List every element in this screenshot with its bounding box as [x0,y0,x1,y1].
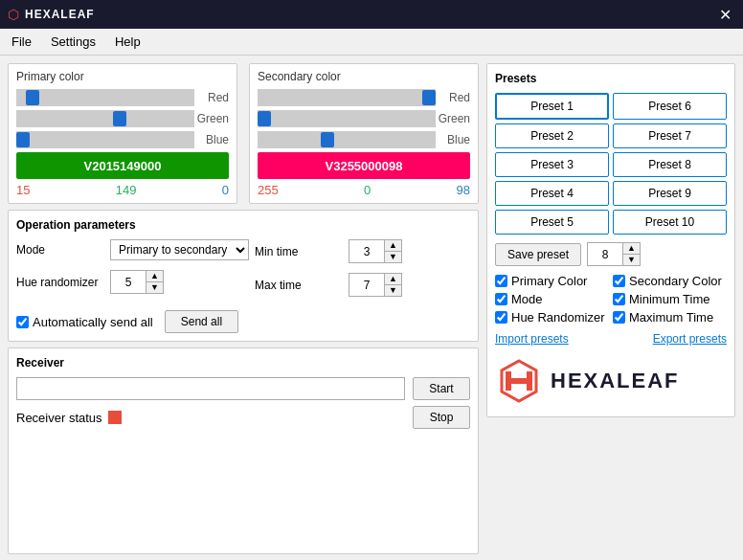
auto-send-label[interactable]: Automatically send all [16,315,153,329]
primary-color-values: 15 149 0 [16,183,229,197]
secondary-blue-value: 98 [457,183,470,197]
preset-7-button[interactable]: Preset 7 [613,123,727,148]
menu-help[interactable]: Help [111,33,145,51]
checkbox-maximum-time[interactable]: Maximum Time [613,310,727,325]
max-time-spinbox[interactable]: ▲ ▼ [349,273,402,297]
preset-4-button[interactable]: Preset 4 [495,181,609,206]
operation-section: Operation parameters Mode Primary to sec… [8,210,479,342]
hue-randomizer-input[interactable] [111,276,146,289]
primary-green-value: 149 [116,183,137,197]
max-time-down[interactable]: ▼ [385,285,401,296]
max-time-up[interactable]: ▲ [385,274,401,285]
secondary-blue-label: Blue [436,133,470,146]
save-preset-row: Save preset ▲ ▼ [495,242,727,266]
primary-blue-slider[interactable] [16,131,194,148]
preset-10-button[interactable]: Preset 10 [613,210,727,235]
min-time-spinbox[interactable]: ▲ ▼ [349,239,402,263]
menu-settings[interactable]: Settings [47,33,100,51]
receiver-section: Receiver Start Receiver status Stop [8,347,479,554]
mode-label: Mode [16,243,102,257]
save-preset-button[interactable]: Save preset [495,243,581,266]
primary-color-display: V2015149000 [16,152,229,179]
save-preset-down[interactable]: ▼ [623,255,640,265]
app-logo-icon: ⬡ [8,7,19,22]
checkbox-minimum-time[interactable]: Minimum Time [613,292,727,306]
preset-8-button[interactable]: Preset 8 [613,152,727,177]
svg-marker-2 [511,378,527,384]
presets-title: Presets [495,72,727,85]
save-preset-up[interactable]: ▲ [623,243,640,255]
preset-5-button[interactable]: Preset 5 [495,210,609,235]
hue-randomizer-row: Hue randomizer ▲ ▼ [16,270,249,294]
secondary-green-slider[interactable] [258,110,436,127]
secondary-red-label: Red [436,91,470,104]
receiver-status-row: Receiver status [16,411,122,425]
menu-file[interactable]: File [8,33,35,51]
max-time-input[interactable] [349,279,384,292]
mode-checkbox[interactable] [495,293,507,305]
title-bar: ⬡ HEXALEAF ✕ [0,0,743,29]
maximum-time-checkbox[interactable] [613,311,625,324]
hexaleaf-logo-icon [495,357,543,405]
min-time-down[interactable]: ▼ [385,252,401,262]
receiver-bottom: Receiver status Stop [16,406,470,429]
min-time-row: Min time ▲ ▼ [255,239,470,263]
svg-marker-0 [506,371,511,391]
checkbox-hue-randomizer[interactable]: Hue Randomizer [495,310,609,325]
save-preset-spinbox[interactable]: ▲ ▼ [587,242,641,266]
op-bottom-row: Automatically send all Send all [16,310,470,333]
hue-randomizer-spinbox[interactable]: ▲ ▼ [110,270,164,294]
primary-blue-label: Blue [194,133,229,146]
export-presets-button[interactable]: Export presets [653,332,727,346]
primary-color-title: Primary color [16,70,229,83]
checkbox-primary-color[interactable]: Primary Color [495,274,609,288]
primary-red-label: Red [194,91,229,104]
menu-bar: File Settings Help [0,29,743,56]
preset-3-button[interactable]: Preset 3 [495,152,609,177]
max-time-label: Max time [255,279,341,292]
right-panel: Presets Preset 1 Preset 6 Preset 2 Prese… [486,63,735,554]
primary-color-checkbox[interactable] [495,275,507,287]
start-button[interactable]: Start [413,377,470,400]
hue-randomizer-up[interactable]: ▲ [146,271,163,282]
primary-color-section: Primary color Red Green Blue V2015149000 [8,63,237,204]
stop-button[interactable]: Stop [413,406,470,429]
minimum-time-checkbox[interactable] [613,293,625,305]
receiver-input[interactable] [16,377,405,400]
import-presets-button[interactable]: Import presets [495,332,569,346]
save-preset-input[interactable] [588,248,622,261]
secondary-red-slider[interactable] [258,89,436,106]
hue-randomizer-preset-checkbox[interactable] [495,311,507,324]
preset-6-button[interactable]: Preset 6 [613,93,727,120]
primary-green-label: Green [194,112,229,125]
secondary-blue-slider[interactable] [258,131,436,148]
secondary-color-values: 255 0 98 [258,183,470,197]
receiver-status-label: Receiver status [16,411,102,425]
preset-1-button[interactable]: Preset 1 [495,93,609,120]
status-dot [108,411,122,424]
svg-marker-1 [527,371,532,391]
checkbox-mode[interactable]: Mode [495,292,609,306]
secondary-green-label: Green [436,112,470,125]
preset-grid: Preset 1 Preset 6 Preset 2 Preset 7 Pres… [495,93,727,235]
app-title: HEXALEAF [25,8,95,21]
hexaleaf-logo-text: HEXALEAF [551,369,680,393]
auto-send-checkbox[interactable] [16,316,29,328]
primary-red-slider[interactable] [16,89,194,106]
preset-2-button[interactable]: Preset 2 [495,123,609,148]
min-time-up[interactable]: ▲ [385,240,401,252]
send-all-button[interactable]: Send all [165,310,238,333]
secondary-color-title: Secondary color [258,70,470,83]
primary-red-value: 15 [16,183,30,197]
preset-9-button[interactable]: Preset 9 [613,181,727,206]
close-button[interactable]: ✕ [715,6,735,24]
secondary-red-value: 255 [258,183,279,197]
checkbox-secondary-color[interactable]: Secondary Color [613,274,727,288]
secondary-color-checkbox[interactable] [613,275,625,287]
hue-randomizer-down[interactable]: ▼ [146,282,163,293]
mode-select[interactable]: Primary to secondary Secondary to primar… [110,239,249,260]
primary-green-slider[interactable] [16,110,194,127]
min-time-input[interactable] [349,245,384,258]
secondary-color-section: Secondary color Red Green Blue V32550000… [249,63,479,204]
secondary-green-value: 0 [364,183,371,197]
